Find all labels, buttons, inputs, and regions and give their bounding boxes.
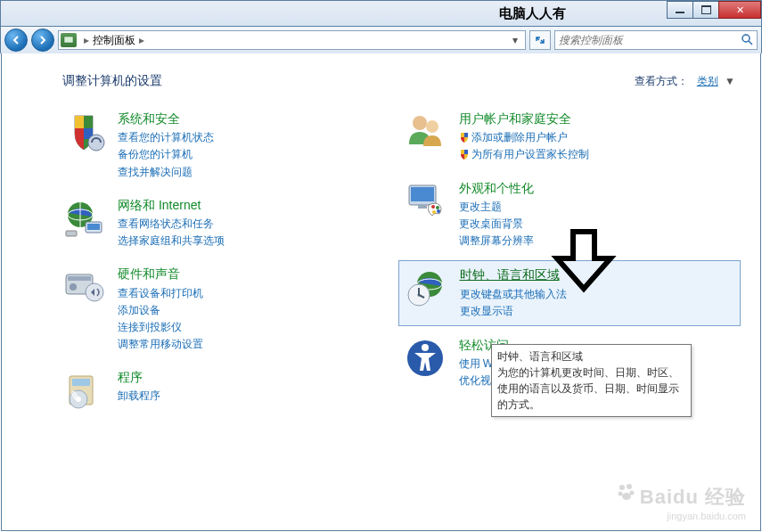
svg-rect-13 (68, 276, 91, 281)
svg-point-5 (88, 135, 104, 151)
category-user-accounts: 用户帐户和家庭安全 添加或删除用户帐户 为所有用户设置家长控制 (404, 110, 736, 164)
sub-link[interactable]: 查看网络状态和任务 (118, 216, 225, 233)
close-button[interactable] (718, 1, 761, 19)
view-by-control: 查看方式： 类别 ▼ (635, 74, 735, 89)
window-title-text: 电脑人人有 (499, 5, 566, 22)
svg-rect-10 (87, 224, 100, 230)
refresh-button[interactable] (529, 30, 551, 50)
breadcrumb-item[interactable]: 控制面板 (93, 33, 135, 48)
category-system-security: 系统和安全 查看您的计算机状态 备份您的计算机 查找并解决问题 (62, 110, 395, 181)
clock-language-icon (405, 266, 447, 309)
category-network-internet: 网络和 Internet 查看网络状态和任务 选择家庭组和共享选项 (62, 197, 395, 250)
svg-point-28 (431, 205, 435, 209)
category-title[interactable]: 硬件和声音 (118, 266, 203, 282)
window-control-buttons (668, 1, 761, 19)
sub-link[interactable]: 更改显示语 (460, 303, 567, 320)
breadcrumb-separator-icon: ▸ (84, 34, 89, 46)
paw-icon (617, 482, 636, 507)
category-title[interactable]: 用户帐户和家庭安全 (459, 110, 589, 127)
sub-link[interactable]: 调整常用移动设置 (118, 336, 203, 353)
svg-rect-27 (418, 205, 427, 209)
view-by-value[interactable]: 类别 (697, 75, 718, 87)
svg-point-39 (422, 344, 429, 351)
categories-left-column: 系统和安全 查看您的计算机状态 备份您的计算机 查找并解决问题 (62, 110, 395, 428)
control-panel-icon (61, 33, 77, 47)
svg-point-30 (437, 209, 440, 213)
svg-point-21 (413, 116, 427, 130)
maximize-button[interactable] (692, 1, 719, 19)
sub-link[interactable]: 调整屏幕分辨率 (459, 233, 534, 250)
address-bar[interactable]: ▸ 控制面板 ▸ ▾ (58, 30, 526, 50)
appearance-icon (404, 180, 447, 223)
sub-link[interactable]: 选择家庭组和共享选项 (118, 233, 225, 250)
sub-link[interactable]: 连接到投影仪 (118, 319, 203, 336)
tooltip-title: 时钟、语言和区域 (497, 348, 685, 364)
back-button[interactable] (4, 29, 28, 52)
category-title[interactable]: 程序 (118, 369, 160, 385)
view-by-label: 查看方式： (635, 75, 688, 87)
category-programs: 程序 卸载程序 (62, 369, 395, 412)
watermark: Baidu 经验 jingyan.baidu.com (617, 482, 746, 521)
hardware-sound-icon (62, 266, 105, 308)
tooltip-body: 为您的计算机更改时间、日期、时区、使用的语言以及货币、日期、时间显示的方式。 (497, 364, 685, 413)
page-title: 调整计算机的设置 (62, 73, 162, 89)
svg-rect-11 (66, 231, 77, 236)
svg-point-41 (627, 484, 632, 489)
watermark-brand: Baidu 经验 (617, 482, 746, 511)
svg-point-37 (417, 294, 420, 297)
address-dropdown-icon[interactable]: ▾ (507, 34, 523, 46)
search-input[interactable] (559, 34, 741, 46)
network-internet-icon (62, 197, 105, 240)
system-security-icon (62, 110, 105, 153)
svg-line-2 (749, 41, 752, 45)
ease-of-access-icon (404, 337, 447, 380)
category-title[interactable]: 网络和 Internet (118, 197, 225, 213)
sub-link[interactable]: 查找并解决问题 (118, 164, 214, 181)
user-accounts-icon (404, 110, 447, 153)
svg-point-22 (426, 120, 438, 133)
svg-rect-17 (72, 379, 90, 386)
chevron-down-icon[interactable]: ▼ (725, 75, 735, 87)
breadcrumb-separator-icon: ▸ (139, 34, 144, 46)
sub-link[interactable]: 添加或删除用户帐户 (459, 129, 589, 146)
category-hardware-sound: 硬件和声音 查看设备和打印机 添加设备 连接到投影仪 调整常用移动设置 (62, 266, 395, 353)
sub-link[interactable]: 查看设备和打印机 (118, 285, 203, 302)
svg-point-1 (742, 35, 750, 42)
svg-rect-26 (411, 187, 434, 201)
watermark-url: jingyan.baidu.com (617, 511, 746, 521)
sub-link[interactable]: 卸载程序 (118, 388, 160, 405)
forward-button[interactable] (31, 29, 54, 52)
svg-point-14 (70, 283, 77, 291)
svg-rect-0 (64, 37, 73, 43)
svg-point-40 (619, 485, 625, 490)
annotation-arrow-icon (548, 226, 619, 300)
page-header: 调整计算机的设置 查看方式： 类别 ▼ (62, 73, 735, 89)
svg-point-43 (629, 491, 634, 495)
address-toolbar: ▸ 控制面板 ▸ ▾ (0, 27, 762, 53)
svg-point-31 (432, 210, 436, 214)
window-titlebar: 电脑人人有 (0, 0, 762, 27)
minimize-button[interactable] (667, 1, 693, 19)
sub-link[interactable]: 更改桌面背景 (459, 216, 534, 233)
svg-rect-3 (75, 116, 84, 128)
sub-link[interactable]: 添加设备 (118, 302, 203, 319)
svg-point-29 (436, 206, 439, 209)
uac-shield-icon (459, 148, 470, 159)
tooltip: 时钟、语言和区域 为您的计算机更改时间、日期、时区、使用的语言以及货币、日期、时… (491, 344, 692, 417)
content-area: 调整计算机的设置 查看方式： 类别 ▼ (1, 53, 761, 531)
search-box[interactable] (554, 30, 758, 50)
svg-rect-24 (464, 150, 468, 154)
category-title[interactable]: 系统和安全 (118, 110, 214, 127)
svg-point-44 (622, 493, 631, 500)
uac-shield-icon (459, 131, 470, 142)
programs-icon (62, 369, 105, 412)
search-icon[interactable] (741, 33, 753, 48)
svg-rect-23 (464, 133, 468, 137)
sub-link[interactable]: 查看您的计算机状态 (118, 129, 214, 146)
sub-link[interactable]: 备份您的计算机 (118, 146, 214, 163)
sub-link[interactable]: 为所有用户设置家长控制 (459, 146, 589, 163)
svg-point-42 (618, 492, 622, 496)
category-title[interactable]: 外观和个性化 (459, 180, 534, 196)
sub-link[interactable]: 更改主题 (459, 199, 534, 216)
